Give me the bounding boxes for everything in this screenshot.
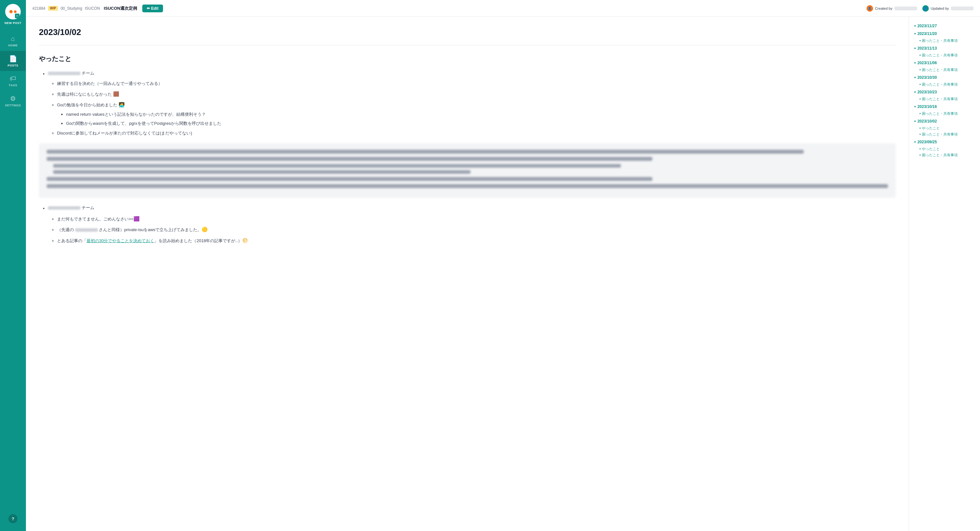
toc-date-item[interactable]: 2023/11/06 [914,60,975,65]
sidebar-item-posts[interactable]: 📄 POSTS [0,51,26,71]
settings-icon: ⚙ [10,95,16,102]
blurred-line-1 [47,150,804,154]
post-title: ISUCON週次定例 [104,5,137,11]
sublist-1: 練習する日を決めた（一回みんなで一通りやってみる） 先週は特になにもしなかった … [48,80,896,137]
toc-sidebar: 2023/11/272023/11/20困ったこと・共有事項2023/11/13… [909,17,980,531]
topbar-meta: 👤 Created by 👤 Updated by [867,5,974,12]
toc-section: 2023/11/27 [914,23,975,29]
toc-date-item[interactable]: 2023/10/23 [914,89,975,95]
article-divider [39,45,896,45]
toc-sub-items: やったこと困ったこと・共有事項 [914,126,975,137]
logo-eye-left [10,10,13,13]
toc-date-item[interactable]: 2023/11/27 [914,23,975,29]
sidebar-item-settings[interactable]: ⚙ SETTINGS [0,91,26,111]
content-area: 2023/10/02 やったこと チーム 練習する日を決めた（一回みんなで一通り… [26,17,980,531]
toc-section: 2023/09/25やったこと困ったこと・共有事項 [914,139,975,158]
section-title: やったこと [39,54,896,63]
toc-date-item[interactable]: 2023/10/02 [914,119,975,124]
blurred-subline-1 [53,164,621,167]
posts-label: POSTS [8,64,18,67]
toc-sub-items: やったこと困ったこと・共有事項 [914,147,975,158]
created-by-avatar: 👤 [867,5,873,12]
toc-date-item[interactable]: 2023/11/20 [914,31,975,36]
emoji-5: 🌕 [242,238,248,243]
toc-date-item[interactable]: 2023/11/13 [914,46,975,51]
emoji-4: 🟡 [202,226,208,232]
toc-sub-items: 困ったこと・共有事項 [914,82,975,87]
toc-section: 2023/10/23困ったこと・共有事項 [914,89,975,102]
updated-by-label: Updated by [931,6,949,10]
toc-date-item[interactable]: 2023/10/30 [914,75,975,80]
updated-by-meta: 👤 Updated by [922,5,974,12]
team-1-name-blurred [48,72,80,75]
wip-badge: WIP [48,6,58,11]
blurred-line-4 [47,184,888,188]
posts-icon: 📄 [9,55,17,62]
toc-date-item[interactable]: 2023/09/25 [914,139,975,145]
toc-section: 2023/10/02やったこと困ったこと・共有事項 [914,119,975,137]
tag-studying: 00_Studying [60,6,82,11]
toc-sub-items: 困ったこと・共有事項 [914,97,975,102]
emoji-1: 🟫 [113,91,119,97]
topbar: #21884 WIP 00_Studying ISUCON ISUCON週次定例… [26,0,980,17]
sublist-1-item-4: Discordに参加してねメールが来たので対応しなくては(まだやってない) [57,130,896,137]
toc-sub-item[interactable]: やったこと [920,126,975,131]
team-1-suffix: チーム [82,70,94,77]
sidebar-item-tags[interactable]: 🏷 TAGS [0,71,26,91]
sidebar-item-home[interactable]: ⌂ HOME [0,31,26,51]
logo-eyes [10,10,16,13]
tag-isucon: ISUCON [85,6,100,11]
toc-sub-item[interactable]: 困ったこと・共有事項 [920,38,975,43]
blurred-subline-2 [53,170,471,174]
toc-sub-item[interactable]: 困ったこと・共有事項 [920,153,975,158]
subsublist-1-item-2: Goの関数からwasmを生成して、pgrxを使ってPostgresから関数を呼び… [66,120,896,127]
help-button[interactable]: ? [8,514,18,523]
toc-sub-item[interactable]: 困ったこと・共有事項 [920,67,975,72]
settings-label: SETTINGS [5,104,21,107]
team-2-label: チーム [48,204,94,211]
main-wrapper: #21884 WIP 00_Studying ISUCON ISUCON週次定例… [26,0,980,531]
article-link[interactable]: 最初の30分でやることを決めておく [86,238,154,243]
toc-sub-items: 困ったこと・共有事項 [914,38,975,43]
emoji-2: 🧑‍💻 [119,102,125,107]
home-label: HOME [8,44,18,47]
toc-section: 2023/10/30困ったこと・共有事項 [914,75,975,87]
sublist-1-item-2: 先週は特になにもしなかった 🟫 [57,90,896,98]
toc-sub-items: 困ったこと・共有事項 [914,67,975,72]
post-id: #21884 [32,6,45,11]
team-2-suffix: チーム [82,204,94,211]
subsublist-1: named return valuesという記法を知らなかったのですが、結構便利… [57,111,896,127]
new-post-label[interactable]: NEW POST [5,21,21,25]
toc-sub-item[interactable]: 困ったこと・共有事項 [920,82,975,87]
toc-sub-item[interactable]: 困ったこと・共有事項 [920,111,975,116]
toc-section: 2023/11/13困ったこと・共有事項 [914,46,975,58]
home-icon: ⌂ [11,35,15,43]
list-item-2: チーム まだ何もできてません。ごめんなさい><🟪 （先週の さんと同様）priv… [48,204,896,244]
sidebar: ✏ NEW POST ⌂ HOME 📄 POSTS 🏷 TAGS ⚙ SETTI… [0,0,26,531]
edit-button[interactable]: ✏ Edit [142,5,163,12]
toc-sub-item[interactable]: 困ったこと・共有事項 [920,97,975,102]
logo-edit-icon: ✏ [15,14,19,18]
blurred-content-block [39,143,896,198]
created-by-meta: 👤 Created by [867,5,917,12]
updated-by-name [951,6,974,10]
sublist-2-item-1: まだ何もできてません。ごめんなさい><🟪 [57,215,896,223]
blurred-sub-block [53,164,888,174]
toc-section: 2023/11/20困ったこと・共有事項 [914,31,975,43]
list-item-1: チーム 練習する日を決めた（一回みんなで一通りやってみる） 先週は特になにもしな… [48,70,896,137]
article-date: 2023/10/02 [39,27,896,37]
toc-sub-item[interactable]: 困ったこと・共有事項 [920,132,975,137]
tags-icon: 🏷 [10,75,16,82]
toc-date-item[interactable]: 2023/10/16 [914,104,975,109]
blurred-line-2 [47,157,652,161]
toc-sub-items: 困ったこと・共有事項 [914,53,975,58]
toc-sub-item[interactable]: 困ったこと・共有事項 [920,53,975,58]
sublist-1-item-3: Goの勉強を今日から始めました 🧑‍💻 named return valuesと… [57,100,896,127]
toc-sub-item[interactable]: やったこと [920,147,975,151]
team-2-name-blurred [48,206,80,210]
blurred-line-3 [47,177,652,181]
created-by-name [894,6,917,10]
sublist-2-item-2: （先週の さんと同様）private-isuをawsで立ち上げてみました。🟡 [57,225,896,234]
main-list-2: チーム まだ何もできてません。ごめんなさい><🟪 （先週の さんと同様）priv… [39,204,896,244]
logo-eye-right [14,10,16,13]
